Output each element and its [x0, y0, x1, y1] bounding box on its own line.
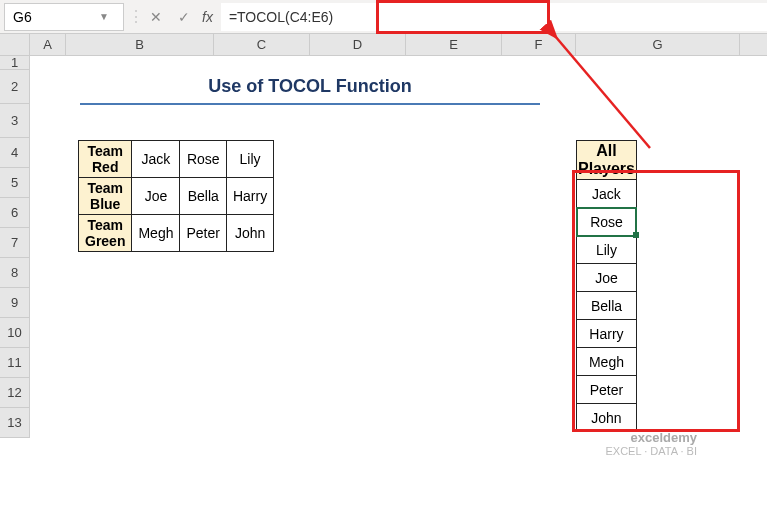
watermark-brand: exceldemy	[606, 431, 698, 445]
row-header[interactable]: 6	[0, 198, 30, 228]
row-header[interactable]: 7	[0, 228, 30, 258]
row-header[interactable]: 1	[0, 56, 30, 70]
cell[interactable]: Megh	[132, 215, 180, 252]
cell[interactable]: Bella	[180, 178, 226, 215]
row-header[interactable]: 13	[0, 408, 30, 438]
col-header-f[interactable]: F	[502, 34, 576, 55]
row-header[interactable]: 12	[0, 378, 30, 408]
cell[interactable]: Joe	[132, 178, 180, 215]
col-header-b[interactable]: B	[66, 34, 214, 55]
watermark: exceldemy EXCEL · DATA · BI	[606, 431, 698, 457]
row-headers: 1 2 3 4 5 6 7 8 9 10 11 12 13	[0, 56, 30, 438]
output-cell[interactable]: Bella	[577, 292, 637, 320]
row-header[interactable]: 10	[0, 318, 30, 348]
output-cell[interactable]: Peter	[577, 376, 637, 404]
output-header[interactable]: All Players	[577, 141, 637, 180]
select-all-corner[interactable]	[0, 34, 30, 55]
output-cell[interactable]: Megh	[577, 348, 637, 376]
col-header-d[interactable]: D	[310, 34, 406, 55]
output-cell[interactable]: Joe	[577, 264, 637, 292]
row-header[interactable]: 4	[0, 138, 30, 168]
col-header-g[interactable]: G	[576, 34, 740, 55]
col-header-e[interactable]: E	[406, 34, 502, 55]
table-row: Team Green Megh Peter John	[79, 215, 274, 252]
fx-icon[interactable]: fx	[202, 9, 213, 25]
team-header[interactable]: Team Blue	[79, 178, 132, 215]
output-cell-active[interactable]: Rose	[577, 208, 637, 236]
check-icon[interactable]: ✓	[170, 3, 198, 31]
col-header-a[interactable]: A	[30, 34, 66, 55]
row-header[interactable]: 2	[0, 70, 30, 104]
cell[interactable]: Peter	[180, 215, 226, 252]
row-header[interactable]: 8	[0, 258, 30, 288]
row-header[interactable]: 5	[0, 168, 30, 198]
cell[interactable]: Lily	[226, 141, 273, 178]
table-row: Team Blue Joe Bella Harry	[79, 178, 274, 215]
output-cell[interactable]: Lily	[577, 236, 637, 264]
sheet-title: Use of TOCOL Function	[80, 76, 540, 105]
formula-text: =TOCOL(C4:E6)	[229, 9, 333, 25]
row-header[interactable]: 11	[0, 348, 30, 378]
table-row: Team Red Jack Rose Lily	[79, 141, 274, 178]
separator: ⋮	[128, 7, 142, 26]
source-table: Team Red Jack Rose Lily Team Blue Joe Be…	[78, 140, 274, 252]
output-table: All Players Jack Rose Lily Joe Bella Har…	[576, 140, 637, 432]
spreadsheet-grid: A B C D E F G 1 2 3 4 5 6 7 8 9 10 11 12…	[0, 34, 767, 56]
watermark-tag: EXCEL · DATA · BI	[606, 445, 698, 457]
output-cell[interactable]: John	[577, 404, 637, 432]
output-cell[interactable]: Harry	[577, 320, 637, 348]
column-headers: A B C D E F G	[0, 34, 767, 56]
output-cell[interactable]: Jack	[577, 180, 637, 208]
chevron-down-icon[interactable]: ▼	[99, 11, 115, 22]
team-header[interactable]: Team Red	[79, 141, 132, 178]
cell[interactable]: Harry	[226, 178, 273, 215]
row-header[interactable]: 3	[0, 104, 30, 138]
output-column-wrap: All Players Jack Rose Lily Joe Bella Har…	[576, 140, 637, 432]
formula-bar: G6 ▼ ⋮ ✕ ✓ fx =TOCOL(C4:E6)	[0, 0, 767, 34]
formula-input[interactable]: =TOCOL(C4:E6)	[221, 3, 767, 31]
col-header-c[interactable]: C	[214, 34, 310, 55]
row-header[interactable]: 9	[0, 288, 30, 318]
cancel-icon[interactable]: ✕	[142, 3, 170, 31]
team-header[interactable]: Team Green	[79, 215, 132, 252]
name-box-value: G6	[13, 9, 32, 25]
cell[interactable]: John	[226, 215, 273, 252]
name-box[interactable]: G6 ▼	[4, 3, 124, 31]
cell[interactable]: Rose	[180, 141, 226, 178]
cell[interactable]: Jack	[132, 141, 180, 178]
